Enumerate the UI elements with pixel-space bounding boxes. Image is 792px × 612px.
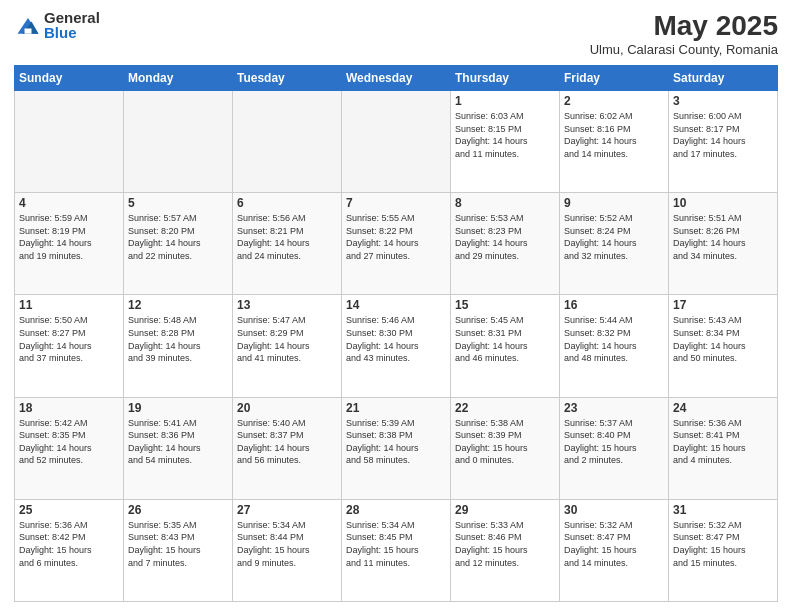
day-number: 28: [346, 503, 446, 517]
day-info: Sunrise: 5:36 AM Sunset: 8:41 PM Dayligh…: [673, 417, 773, 467]
calendar-cell: 30Sunrise: 5:32 AM Sunset: 8:47 PM Dayli…: [560, 499, 669, 601]
calendar-cell: 1Sunrise: 6:03 AM Sunset: 8:15 PM Daylig…: [451, 91, 560, 193]
calendar-cell: 5Sunrise: 5:57 AM Sunset: 8:20 PM Daylig…: [124, 193, 233, 295]
calendar-cell: 3Sunrise: 6:00 AM Sunset: 8:17 PM Daylig…: [669, 91, 778, 193]
day-info: Sunrise: 5:45 AM Sunset: 8:31 PM Dayligh…: [455, 314, 555, 364]
calendar-cell: 24Sunrise: 5:36 AM Sunset: 8:41 PM Dayli…: [669, 397, 778, 499]
day-number: 30: [564, 503, 664, 517]
calendar-header-tuesday: Tuesday: [233, 66, 342, 91]
day-info: Sunrise: 5:43 AM Sunset: 8:34 PM Dayligh…: [673, 314, 773, 364]
day-info: Sunrise: 6:00 AM Sunset: 8:17 PM Dayligh…: [673, 110, 773, 160]
day-number: 7: [346, 196, 446, 210]
calendar-header-monday: Monday: [124, 66, 233, 91]
day-info: Sunrise: 5:34 AM Sunset: 8:44 PM Dayligh…: [237, 519, 337, 569]
calendar-week-row: 18Sunrise: 5:42 AM Sunset: 8:35 PM Dayli…: [15, 397, 778, 499]
day-info: Sunrise: 5:35 AM Sunset: 8:43 PM Dayligh…: [128, 519, 228, 569]
day-number: 16: [564, 298, 664, 312]
day-number: 12: [128, 298, 228, 312]
day-number: 25: [19, 503, 119, 517]
calendar-cell: [124, 91, 233, 193]
day-info: Sunrise: 6:03 AM Sunset: 8:15 PM Dayligh…: [455, 110, 555, 160]
day-info: Sunrise: 5:48 AM Sunset: 8:28 PM Dayligh…: [128, 314, 228, 364]
calendar-cell: 2Sunrise: 6:02 AM Sunset: 8:16 PM Daylig…: [560, 91, 669, 193]
calendar-cell: 6Sunrise: 5:56 AM Sunset: 8:21 PM Daylig…: [233, 193, 342, 295]
day-info: Sunrise: 5:47 AM Sunset: 8:29 PM Dayligh…: [237, 314, 337, 364]
day-number: 14: [346, 298, 446, 312]
calendar-cell: 29Sunrise: 5:33 AM Sunset: 8:46 PM Dayli…: [451, 499, 560, 601]
calendar-cell: 22Sunrise: 5:38 AM Sunset: 8:39 PM Dayli…: [451, 397, 560, 499]
calendar-cell: 18Sunrise: 5:42 AM Sunset: 8:35 PM Dayli…: [15, 397, 124, 499]
calendar-header-wednesday: Wednesday: [342, 66, 451, 91]
day-number: 21: [346, 401, 446, 415]
day-number: 9: [564, 196, 664, 210]
day-info: Sunrise: 5:56 AM Sunset: 8:21 PM Dayligh…: [237, 212, 337, 262]
day-number: 1: [455, 94, 555, 108]
day-number: 29: [455, 503, 555, 517]
day-number: 6: [237, 196, 337, 210]
calendar-cell: 25Sunrise: 5:36 AM Sunset: 8:42 PM Dayli…: [15, 499, 124, 601]
day-info: Sunrise: 5:40 AM Sunset: 8:37 PM Dayligh…: [237, 417, 337, 467]
day-number: 13: [237, 298, 337, 312]
day-number: 20: [237, 401, 337, 415]
calendar-cell: [233, 91, 342, 193]
day-number: 2: [564, 94, 664, 108]
calendar-week-row: 25Sunrise: 5:36 AM Sunset: 8:42 PM Dayli…: [15, 499, 778, 601]
day-info: Sunrise: 5:57 AM Sunset: 8:20 PM Dayligh…: [128, 212, 228, 262]
calendar-cell: 12Sunrise: 5:48 AM Sunset: 8:28 PM Dayli…: [124, 295, 233, 397]
day-number: 3: [673, 94, 773, 108]
day-number: 11: [19, 298, 119, 312]
day-info: Sunrise: 5:53 AM Sunset: 8:23 PM Dayligh…: [455, 212, 555, 262]
day-number: 8: [455, 196, 555, 210]
calendar-cell: 4Sunrise: 5:59 AM Sunset: 8:19 PM Daylig…: [15, 193, 124, 295]
day-info: Sunrise: 5:42 AM Sunset: 8:35 PM Dayligh…: [19, 417, 119, 467]
calendar-week-row: 4Sunrise: 5:59 AM Sunset: 8:19 PM Daylig…: [15, 193, 778, 295]
calendar-cell: 15Sunrise: 5:45 AM Sunset: 8:31 PM Dayli…: [451, 295, 560, 397]
day-number: 5: [128, 196, 228, 210]
calendar-cell: 16Sunrise: 5:44 AM Sunset: 8:32 PM Dayli…: [560, 295, 669, 397]
day-number: 26: [128, 503, 228, 517]
calendar-cell: 11Sunrise: 5:50 AM Sunset: 8:27 PM Dayli…: [15, 295, 124, 397]
calendar-header-sunday: Sunday: [15, 66, 124, 91]
day-info: Sunrise: 5:50 AM Sunset: 8:27 PM Dayligh…: [19, 314, 119, 364]
page: General Blue May 2025 Ulmu, Calarasi Cou…: [0, 0, 792, 612]
day-info: Sunrise: 5:37 AM Sunset: 8:40 PM Dayligh…: [564, 417, 664, 467]
day-number: 23: [564, 401, 664, 415]
logo-general-text: General: [44, 10, 100, 25]
day-info: Sunrise: 5:38 AM Sunset: 8:39 PM Dayligh…: [455, 417, 555, 467]
calendar-header-thursday: Thursday: [451, 66, 560, 91]
calendar-header-saturday: Saturday: [669, 66, 778, 91]
svg-rect-2: [25, 29, 32, 34]
day-info: Sunrise: 5:32 AM Sunset: 8:47 PM Dayligh…: [564, 519, 664, 569]
day-number: 15: [455, 298, 555, 312]
day-info: Sunrise: 5:34 AM Sunset: 8:45 PM Dayligh…: [346, 519, 446, 569]
calendar-cell: 20Sunrise: 5:40 AM Sunset: 8:37 PM Dayli…: [233, 397, 342, 499]
day-info: Sunrise: 5:32 AM Sunset: 8:47 PM Dayligh…: [673, 519, 773, 569]
day-number: 18: [19, 401, 119, 415]
day-info: Sunrise: 5:59 AM Sunset: 8:19 PM Dayligh…: [19, 212, 119, 262]
calendar-cell: 23Sunrise: 5:37 AM Sunset: 8:40 PM Dayli…: [560, 397, 669, 499]
day-info: Sunrise: 5:51 AM Sunset: 8:26 PM Dayligh…: [673, 212, 773, 262]
calendar-cell: 10Sunrise: 5:51 AM Sunset: 8:26 PM Dayli…: [669, 193, 778, 295]
header: General Blue May 2025 Ulmu, Calarasi Cou…: [14, 10, 778, 57]
month-title: May 2025: [590, 10, 778, 42]
calendar-header-friday: Friday: [560, 66, 669, 91]
calendar-cell: 27Sunrise: 5:34 AM Sunset: 8:44 PM Dayli…: [233, 499, 342, 601]
day-info: Sunrise: 5:41 AM Sunset: 8:36 PM Dayligh…: [128, 417, 228, 467]
day-info: Sunrise: 5:36 AM Sunset: 8:42 PM Dayligh…: [19, 519, 119, 569]
calendar-cell: 21Sunrise: 5:39 AM Sunset: 8:38 PM Dayli…: [342, 397, 451, 499]
calendar-cell: [15, 91, 124, 193]
day-number: 10: [673, 196, 773, 210]
logo-icon: [14, 11, 42, 39]
calendar-cell: 19Sunrise: 5:41 AM Sunset: 8:36 PM Dayli…: [124, 397, 233, 499]
calendar-cell: 17Sunrise: 5:43 AM Sunset: 8:34 PM Dayli…: [669, 295, 778, 397]
calendar-week-row: 11Sunrise: 5:50 AM Sunset: 8:27 PM Dayli…: [15, 295, 778, 397]
day-number: 4: [19, 196, 119, 210]
day-info: Sunrise: 6:02 AM Sunset: 8:16 PM Dayligh…: [564, 110, 664, 160]
calendar-cell: 31Sunrise: 5:32 AM Sunset: 8:47 PM Dayli…: [669, 499, 778, 601]
day-info: Sunrise: 5:55 AM Sunset: 8:22 PM Dayligh…: [346, 212, 446, 262]
calendar-cell: 9Sunrise: 5:52 AM Sunset: 8:24 PM Daylig…: [560, 193, 669, 295]
calendar-cell: [342, 91, 451, 193]
day-info: Sunrise: 5:44 AM Sunset: 8:32 PM Dayligh…: [564, 314, 664, 364]
calendar-cell: 28Sunrise: 5:34 AM Sunset: 8:45 PM Dayli…: [342, 499, 451, 601]
calendar-table: SundayMondayTuesdayWednesdayThursdayFrid…: [14, 65, 778, 602]
